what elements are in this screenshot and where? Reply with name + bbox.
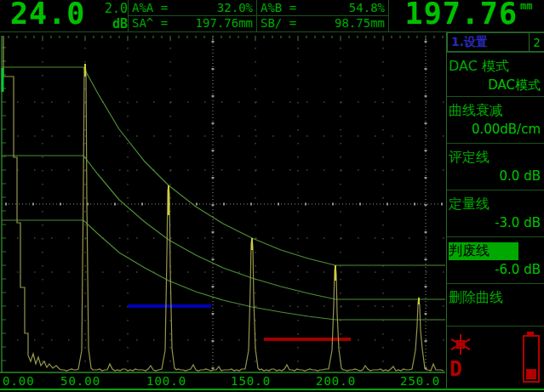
battery-fill-level bbox=[526, 369, 536, 379]
x-axis-tick-label: 200.0 bbox=[316, 374, 356, 388]
measurement-label: A%A = bbox=[132, 1, 168, 14]
d-indicator: D bbox=[450, 357, 461, 381]
gain-step-value: 2.0 bbox=[92, 1, 128, 16]
x-axis-tick-label: 50.00 bbox=[60, 374, 100, 388]
divider bbox=[388, 0, 389, 31]
measurement-label: A%B = bbox=[261, 1, 296, 14]
primary-readout-unit: mm bbox=[520, 0, 532, 12]
menu-sidebar: 1.设置 2 DAC 模式 DAC模式 曲线衰减 0.00dB/cm 评定线 0… bbox=[446, 32, 544, 390]
gain-unit-label: dB bbox=[92, 16, 128, 31]
menu-item-label: 曲线衰减 bbox=[447, 102, 544, 120]
menu-item-value: DAC模式 bbox=[447, 77, 544, 94]
menu-item-delete-curve[interactable]: 删除曲线 bbox=[447, 283, 544, 326]
menu-item-label: 删除曲线 bbox=[447, 289, 544, 307]
ascan-plot bbox=[0, 32, 445, 374]
ascan-svg bbox=[0, 32, 445, 374]
gate-a bbox=[264, 338, 351, 341]
status-icon-area: D bbox=[447, 326, 544, 390]
menu-tab[interactable]: 1.设置 2 bbox=[447, 32, 544, 52]
ut-instrument-screen: 24.0 2.0 dB A%A = 32.0% SA^ = 197.76mm A… bbox=[0, 0, 544, 392]
measurement-row: SA^ = 197.76mm bbox=[129, 15, 256, 31]
x-axis-tick-label: 150.0 bbox=[231, 374, 271, 388]
menu-item-value: 0.0 dB bbox=[447, 168, 544, 184]
gain-value: 24.0 bbox=[10, 0, 85, 31]
top-ruler-ticks bbox=[9, 36, 443, 41]
menu-item-label-highlighted: 判废线 bbox=[449, 242, 518, 260]
menu-page-indicator: 2 bbox=[529, 33, 544, 51]
measurement-row: A%B = 54.8% bbox=[257, 0, 388, 15]
header-bar: 24.0 2.0 dB A%A = 32.0% SA^ = 197.76mm A… bbox=[0, 0, 544, 31]
battery-icon bbox=[523, 332, 540, 381]
dac-curve-3 bbox=[2, 220, 445, 320]
dac-curve-2 bbox=[2, 156, 445, 299]
freeze-icon bbox=[450, 333, 472, 355]
measurement-row: SB/ = 98.75mm bbox=[257, 15, 388, 31]
menu-item-curve-attenuation[interactable]: 曲线衰减 0.00dB/cm bbox=[447, 96, 544, 143]
menu-item-quantify-line[interactable]: 定量线 -3.0 dB bbox=[447, 190, 544, 236]
grid bbox=[2, 36, 444, 372]
measurement-row: A%A = 32.0% bbox=[129, 0, 256, 15]
menu-item-label: DAC 模式 bbox=[447, 58, 544, 76]
x-axis-tick-label: 250.0 bbox=[400, 374, 440, 388]
measurement-label: SB/ = bbox=[261, 16, 296, 30]
measurement-value: 98.75mm bbox=[335, 16, 385, 30]
menu-item-value: 0.00dB/cm bbox=[447, 122, 544, 137]
x-axis-tick-label: 100.0 bbox=[146, 374, 186, 388]
primary-readout: 197.76 bbox=[393, 0, 518, 31]
menu-item-value: -6.0 dB bbox=[447, 262, 544, 277]
measurement-box-b: A%B = 54.8% SB/ = 98.75mm bbox=[257, 0, 388, 31]
measurement-box-a: A%A = 32.0% SA^ = 197.76mm bbox=[129, 0, 256, 31]
menu-item-value: -3.0 dB bbox=[447, 215, 544, 230]
measurement-label: SA^ = bbox=[132, 16, 168, 30]
menu-item-reject-line-selected[interactable]: 判废线 -6.0 dB bbox=[447, 236, 544, 283]
measurement-value: 32.0% bbox=[217, 1, 253, 14]
menu-tab-label: 1.设置 bbox=[448, 35, 529, 50]
menu-item-dac-mode[interactable]: DAC 模式 DAC模式 bbox=[447, 52, 544, 96]
x-axis-tick-label: 0.00 bbox=[3, 374, 35, 388]
menu-item-label: 评定线 bbox=[447, 149, 544, 167]
measurement-value: 54.8% bbox=[349, 1, 385, 14]
gate-b bbox=[128, 304, 211, 308]
dac-curve-1 bbox=[2, 67, 445, 265]
battery-body bbox=[523, 335, 540, 383]
menu-item-label: 定量线 bbox=[447, 196, 544, 213]
menu-item-evaluation-line[interactable]: 评定线 0.0 dB bbox=[447, 143, 544, 190]
measurement-value: 197.76mm bbox=[196, 16, 253, 30]
